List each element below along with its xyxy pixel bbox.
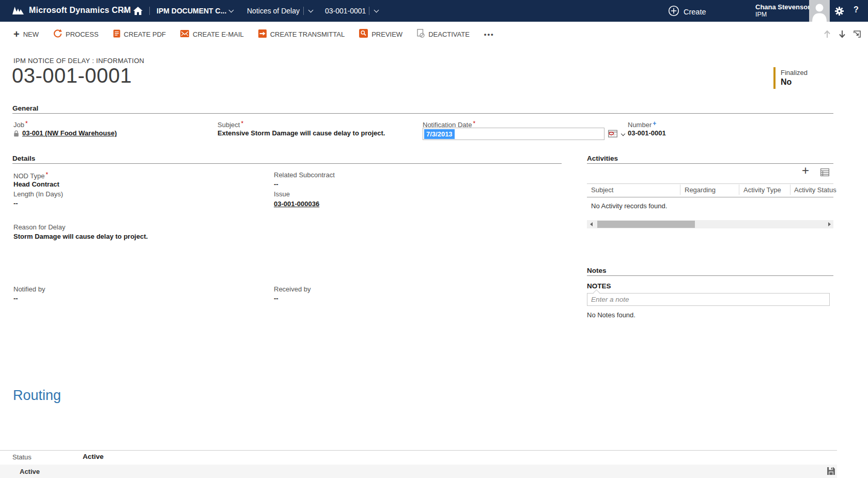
page-title: 03-001-0001	[12, 64, 132, 87]
nod-type-label: NOD Type*	[13, 171, 48, 180]
more-commands-button[interactable]: •••	[484, 30, 494, 38]
column-header-activity-type[interactable]: Activity Type	[743, 186, 781, 194]
nav-divider	[369, 7, 369, 15]
column-header-activity-status[interactable]: Activity Status	[794, 186, 836, 194]
deactivate-icon	[417, 29, 425, 39]
finalized-label: Finalized	[781, 69, 808, 76]
reason-value[interactable]: Storm Damage will cause delay to project…	[13, 233, 148, 240]
length-value[interactable]: --	[13, 199, 18, 207]
user-name: Chana Stevenson	[755, 3, 812, 11]
finalized-indicator-bar	[773, 67, 776, 89]
statusbar-state: Active	[20, 468, 40, 475]
notified-by-label: Notified by	[13, 285, 45, 293]
gear-icon[interactable]	[834, 6, 844, 18]
left-arrow-icon	[590, 222, 593, 226]
user-org: IPM	[755, 11, 812, 19]
next-record-button[interactable]	[839, 22, 846, 47]
received-by-label: Received by	[274, 285, 311, 293]
section-line	[12, 163, 562, 164]
preview-button[interactable]: PREVIEW	[359, 29, 402, 39]
section-title-notes: Notes	[587, 267, 607, 274]
new-plus-icon: +	[13, 30, 20, 38]
popout-icon[interactable]	[853, 22, 861, 47]
subject-value[interactable]: Extensive Storm Damage will cause delay …	[218, 129, 385, 137]
issue-label: Issue	[274, 190, 290, 198]
issue-value-link[interactable]: 03-001-000036	[274, 200, 319, 208]
note-input[interactable]	[587, 294, 829, 305]
received-by-value[interactable]: --	[274, 295, 278, 302]
create-button[interactable]: Create	[668, 5, 706, 18]
preview-icon	[359, 29, 368, 39]
home-icon[interactable]	[133, 7, 143, 17]
column-header-subject[interactable]: Subject	[591, 186, 613, 194]
finalized-value: No	[781, 78, 792, 87]
required-asterisk: *	[45, 171, 48, 178]
scrollbar-thumb[interactable]	[597, 221, 695, 228]
length-label: Length (In Days)	[13, 190, 63, 198]
number-label: Number+	[628, 120, 656, 129]
create-email-button[interactable]: CREATE E-MAIL	[180, 30, 244, 39]
lock-icon	[13, 130, 19, 139]
avatar[interactable]	[809, 0, 830, 24]
create-pdf-button[interactable]: CREATE PDF	[113, 29, 166, 39]
breadcrumb-record[interactable]: 03-001-0001	[325, 7, 366, 15]
breadcrumb-module[interactable]: IPM DOCUMENT C...	[157, 7, 226, 15]
dynamics-logo-icon	[12, 7, 24, 17]
column-header-regarding[interactable]: Regarding	[685, 186, 716, 194]
related-subcontract-label: Related Subcontract	[274, 171, 335, 179]
nav-divider	[149, 7, 150, 15]
date-dropdown-chevron-icon[interactable]	[621, 132, 625, 136]
new-button[interactable]: + NEW	[13, 30, 39, 38]
record-chevron-icon[interactable]	[374, 8, 379, 13]
entity-chevron-icon[interactable]	[308, 8, 314, 13]
notes-empty-message: No Notes found.	[587, 311, 636, 319]
nav-divider	[303, 7, 304, 15]
grid-header-line	[587, 197, 833, 197]
section-title-activities: Activities	[587, 155, 618, 162]
status-bar: Active	[0, 465, 837, 478]
save-icon[interactable]	[827, 467, 835, 477]
job-label: Job*	[13, 120, 28, 129]
status-label: Status	[12, 453, 32, 461]
create-transmittal-button[interactable]: CREATE TRANSMITTAL	[258, 29, 345, 39]
create-label: Create	[684, 8, 706, 16]
add-activity-button[interactable]: +	[802, 164, 809, 177]
create-plus-icon	[668, 5, 679, 18]
scroll-left-button[interactable]	[587, 220, 595, 228]
open-activity-list-icon[interactable]	[820, 168, 829, 178]
top-navbar: Microsoft Dynamics CRM IPM DOCUMENT C...…	[0, 0, 868, 22]
job-value-link[interactable]: 03-001 (NW Food Warehouse)	[22, 129, 117, 137]
grid-top-line	[587, 183, 833, 184]
process-button[interactable]: PROCESS	[53, 29, 99, 39]
prev-record-button[interactable]	[824, 22, 831, 47]
section-line	[587, 275, 833, 276]
right-arrow-icon	[828, 222, 831, 226]
notes-tab[interactable]: NOTES	[587, 282, 611, 290]
related-subcontract-value[interactable]: --	[274, 180, 278, 188]
footer-divider	[0, 450, 837, 451]
notification-date-input[interactable]: 7/3/2013	[423, 128, 605, 140]
notified-by-value[interactable]: --	[13, 295, 18, 302]
activities-empty-message: No Activity records found.	[591, 202, 667, 210]
nod-type-value[interactable]: Head Contract	[13, 180, 59, 188]
command-bar: + NEW PROCESS CREATE PDF CREATE E-MAIL	[0, 22, 868, 47]
tab-routing[interactable]: Routing	[13, 388, 61, 404]
scroll-right-button[interactable]	[825, 220, 833, 228]
recommended-plus: +	[653, 120, 656, 127]
brand-title[interactable]: Microsoft Dynamics CRM	[29, 6, 131, 15]
breadcrumb-entity[interactable]: Notices of Delay	[247, 7, 300, 15]
required-asterisk: *	[241, 120, 243, 127]
required-asterisk: *	[25, 120, 28, 127]
user-info[interactable]: Chana Stevenson IPM	[755, 3, 812, 19]
subject-label: Subject*	[218, 120, 243, 129]
pdf-icon	[113, 29, 120, 39]
module-chevron-icon[interactable]	[229, 8, 234, 13]
calendar-icon[interactable]	[608, 130, 617, 140]
number-value[interactable]: 03-001-0001	[628, 129, 666, 137]
activities-horizontal-scrollbar[interactable]	[587, 220, 833, 228]
deactivate-button[interactable]: DEACTIVATE	[417, 29, 470, 39]
required-asterisk: *	[473, 120, 475, 127]
help-icon[interactable]: ?	[854, 5, 859, 14]
section-line	[587, 163, 833, 164]
reason-label: Reason for Delay	[13, 223, 65, 231]
